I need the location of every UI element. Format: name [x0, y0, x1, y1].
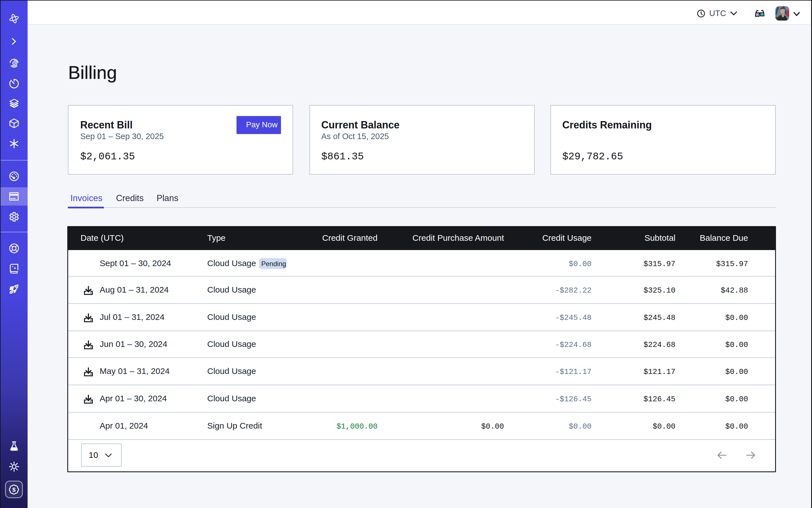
svg-text:$: $ — [12, 486, 16, 493]
